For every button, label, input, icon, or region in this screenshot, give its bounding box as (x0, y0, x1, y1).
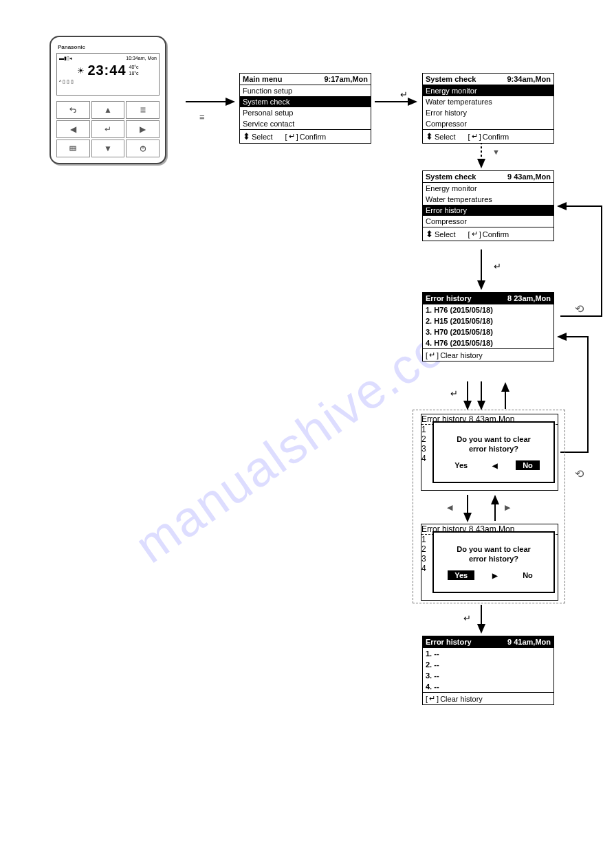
right-triangle-icon: ▶ (492, 572, 498, 579)
error-row[interactable]: 2. H15 (2015/05/18) (423, 315, 553, 326)
footer-select: ⬍Select (426, 229, 456, 239)
error-row[interactable]: 3. H70 (2015/05/18) (423, 326, 553, 337)
panel-time: 9:34am,Mon (507, 75, 551, 83)
lcd-temp-lo: 18°c (129, 71, 139, 76)
lcd-bottom: ^ ▯ ▯ ▯ (59, 79, 157, 85)
sun-icon: ☀ (77, 66, 85, 76)
error-row[interactable]: 4. H76 (2015/05/18) (423, 337, 553, 348)
panel-clear-dialog-no: Error history 8 43am,Mon 1 2 3 4 Do you … (421, 414, 558, 491)
panel-time: 9 43am,Mon (507, 173, 551, 181)
menu-item-selected[interactable]: Energy monitor (423, 85, 553, 96)
panel-title: Error history (426, 294, 472, 302)
dialog-yes[interactable]: Yes (448, 460, 474, 470)
lcd-temps: 40°c 18°c (129, 65, 139, 76)
back-icon-2: ⟲ (575, 467, 584, 480)
brand-label: Panasonic (56, 43, 160, 53)
menu-button[interactable] (126, 101, 160, 119)
footer-select: ⬍Select (243, 131, 273, 142)
left-button[interactable]: ◀ (56, 120, 90, 138)
lcd-top-right: 10:34am, Mon (126, 56, 157, 61)
menu-item[interactable]: Compressor (423, 216, 553, 227)
dialog-q-line2: error history? (457, 444, 531, 454)
footer-select-label: Select (252, 133, 273, 141)
page: manualshive.com Panasonic ▬▮▯◂ 10:34am, … (0, 0, 614, 868)
panel-title: System check (426, 173, 476, 181)
footer-select-label: Select (435, 133, 456, 141)
footer-select-label: Select (435, 230, 456, 238)
error-row[interactable]: 1. H76 (2015/05/18) (423, 304, 553, 315)
dialog-q-line1: Do you want to clear (457, 434, 531, 444)
lcd-top-left: ▬▮▯◂ (59, 56, 72, 61)
enter-icon-4: ↵ (463, 613, 471, 623)
down-triangle-icon: ▼ (492, 148, 500, 156)
remote-lcd: ▬▮▯◂ 10:34am, Mon ☀ 23:44 40°c 18°c ^ ▯ … (56, 53, 160, 96)
dialog-no-selected[interactable]: No (516, 460, 540, 470)
error-row: 2. -- (423, 659, 553, 670)
back-icon-1: ⟲ (575, 302, 584, 315)
menu-item-selected[interactable]: Error history (423, 205, 553, 216)
dialog-box: Do you want to clear error history? Yes … (432, 531, 555, 593)
footer-clear-label: Clear history (440, 351, 483, 359)
footer-select: ⬍Select (426, 131, 456, 142)
lcd-time: 23:44 (87, 63, 126, 78)
panel-system-check-2: System check 9 43am,Mon Energy monitor W… (422, 170, 554, 241)
footer-confirm-label: Confirm (483, 230, 509, 238)
remote-controller: Panasonic ▬▮▯◂ 10:34am, Mon ☀ 23:44 40°c… (50, 36, 166, 164)
down-button[interactable]: ▼ (91, 140, 125, 157)
dialog-question: Do you want to clear error history? (457, 544, 531, 564)
enter-icon: ↵ (400, 89, 408, 100)
enter-icon: ↵ (289, 132, 295, 141)
menu-item[interactable]: Energy monitor (423, 183, 553, 194)
error-row: 3. -- (423, 670, 553, 681)
panel-title: Error history (426, 638, 472, 646)
back-button[interactable] (56, 101, 90, 119)
enter-icon-3: ↵ (450, 388, 458, 399)
enter-icon: ↵ (429, 350, 435, 359)
menu-item[interactable]: Personal setup (240, 107, 371, 118)
footer-confirm: [↵]Confirm (468, 229, 509, 239)
enter-icon: ↵ (472, 230, 478, 238)
footer-confirm: [↵]Confirm (468, 131, 509, 142)
footer-clear[interactable]: [↵]Clear history (426, 350, 483, 359)
enter-button[interactable]: ↵ (91, 120, 125, 138)
menu-item[interactable]: Error history (423, 107, 553, 118)
dialog-box: Do you want to clear error history? Yes … (432, 421, 555, 483)
enter-icon-2: ↵ (494, 261, 501, 271)
enter-icon: ↵ (429, 694, 435, 703)
menu-item[interactable]: Function setup (240, 85, 371, 96)
footer-confirm-label: Confirm (300, 133, 327, 141)
panel-clear-dialog-yes: Error history 8 43am,Mon 1 2 3 4 Do you … (421, 524, 558, 601)
footer-clear-label: Clear history (440, 695, 483, 703)
dialog-q-line1: Do you want to clear (457, 544, 531, 554)
enter-icon: ↵ (472, 132, 478, 141)
menu-item[interactable]: Water temperatures (423, 194, 553, 205)
dialog-no[interactable]: No (516, 570, 540, 580)
panel-time: 8 23am,Mon (507, 294, 551, 302)
panel-error-history: Error history 8 23am,Mon 1. H76 (2015/05… (422, 292, 554, 361)
power-button[interactable] (126, 140, 160, 157)
remote-keypad: ▲ ◀ ↵ ▶ ▼ (56, 101, 160, 157)
menu-item[interactable]: Water temperatures (423, 96, 553, 107)
panel-time: 9 41am,Mon (507, 638, 551, 646)
error-row: 4. -- (423, 681, 553, 692)
up-button[interactable]: ▲ (91, 101, 125, 119)
right-button[interactable]: ▶ (126, 120, 160, 138)
dialog-yes-selected[interactable]: Yes (448, 570, 474, 580)
footer-confirm: [↵]Confirm (285, 131, 327, 142)
menu-item[interactable]: Service contact (240, 118, 371, 129)
updown-icon: ⬍ (426, 229, 433, 239)
lcd-temp-hi: 40°c (129, 65, 139, 70)
panel-time: 9:17am,Mon (324, 75, 368, 83)
panel-title: System check (426, 75, 476, 83)
footer-confirm-label: Confirm (483, 133, 509, 141)
panel-title: Main menu (243, 75, 282, 83)
menu-icon: ≡ (199, 112, 205, 122)
panel-error-history-empty: Error history 9 41am,Mon 1. -- 2. -- 3. … (422, 636, 554, 705)
updown-icon: ⬍ (426, 131, 433, 142)
menu-item[interactable]: Compressor (423, 118, 553, 129)
left-triangle-icon: ◀ (492, 462, 498, 469)
grid-button[interactable] (56, 140, 90, 157)
footer-clear[interactable]: [↵]Clear history (426, 694, 483, 703)
error-row: 1. -- (423, 648, 553, 659)
menu-item-selected[interactable]: System check (240, 96, 371, 107)
